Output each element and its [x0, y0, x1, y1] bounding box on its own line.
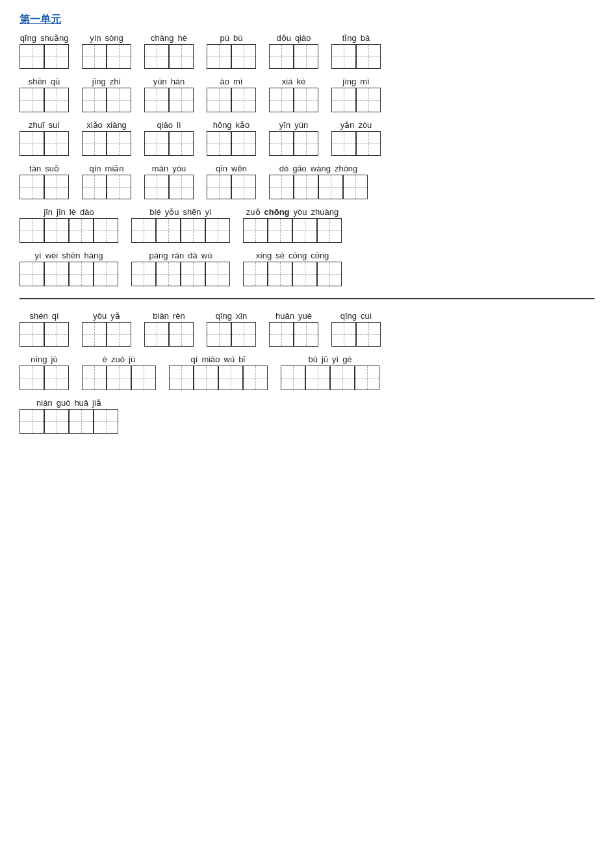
char-cell[interactable] [169, 88, 194, 112]
char-cell[interactable] [330, 366, 355, 390]
char-cell[interactable] [169, 322, 194, 347]
char-cell[interactable] [294, 131, 318, 156]
char-cell[interactable] [207, 88, 231, 112]
char-cell[interactable] [281, 366, 305, 390]
char-cell[interactable] [44, 262, 69, 286]
char-cell[interactable] [331, 131, 356, 156]
char-cell[interactable] [107, 175, 131, 199]
char-cell[interactable] [44, 366, 69, 390]
char-cell[interactable] [292, 262, 317, 286]
char-cell[interactable] [243, 366, 268, 390]
char-cell[interactable] [243, 218, 268, 243]
char-cell[interactable] [82, 44, 107, 69]
char-cell[interactable] [194, 366, 218, 390]
char-cell[interactable] [94, 262, 118, 286]
char-cell[interactable] [207, 322, 231, 347]
char-cell[interactable] [144, 131, 169, 156]
char-cell[interactable] [82, 366, 107, 390]
char-cell[interactable] [231, 88, 256, 112]
char-cell[interactable] [207, 44, 231, 69]
char-cell[interactable] [44, 44, 69, 69]
char-cell[interactable] [356, 88, 381, 112]
char-cell[interactable] [268, 262, 292, 286]
char-cell[interactable] [44, 409, 69, 434]
char-cell[interactable] [107, 322, 131, 347]
char-cell[interactable] [294, 175, 318, 199]
char-cell[interactable] [131, 262, 156, 286]
char-cell[interactable] [181, 218, 205, 243]
char-cell[interactable] [355, 366, 379, 390]
char-cell[interactable] [294, 88, 318, 112]
char-cell[interactable] [82, 322, 107, 347]
char-cell[interactable] [44, 322, 69, 347]
char-cell[interactable] [169, 131, 194, 156]
char-cell[interactable] [269, 88, 294, 112]
char-cell[interactable] [268, 218, 292, 243]
char-cell[interactable] [144, 322, 169, 347]
char-cell[interactable] [156, 262, 181, 286]
char-cell[interactable] [294, 322, 318, 347]
char-cell[interactable] [169, 175, 194, 199]
char-cell[interactable] [356, 44, 381, 69]
char-cell[interactable] [94, 409, 118, 434]
char-cell[interactable] [269, 175, 294, 199]
char-cell[interactable] [82, 88, 107, 112]
char-cell[interactable] [207, 175, 231, 199]
char-cell[interactable] [269, 44, 294, 69]
char-cell[interactable] [169, 366, 194, 390]
char-cell[interactable] [107, 366, 131, 390]
char-cell[interactable] [305, 366, 330, 390]
char-cell[interactable] [218, 366, 243, 390]
char-cell[interactable] [231, 322, 256, 347]
char-cell[interactable] [169, 44, 194, 69]
char-cell[interactable] [107, 44, 131, 69]
char-cell[interactable] [69, 409, 94, 434]
char-cell[interactable] [94, 218, 118, 243]
char-cell[interactable] [19, 88, 44, 112]
char-cell[interactable] [343, 175, 368, 199]
char-cell[interactable] [181, 262, 205, 286]
char-cell[interactable] [82, 131, 107, 156]
char-cell[interactable] [317, 262, 342, 286]
char-cell[interactable] [144, 44, 169, 69]
char-cell[interactable] [231, 131, 256, 156]
char-cell[interactable] [356, 131, 381, 156]
char-cell[interactable] [82, 175, 107, 199]
char-cell[interactable] [19, 175, 44, 199]
char-cell[interactable] [269, 322, 294, 347]
char-cell[interactable] [356, 322, 381, 347]
char-cell[interactable] [205, 262, 230, 286]
char-cell[interactable] [19, 262, 44, 286]
char-cell[interactable] [317, 218, 342, 243]
char-cell[interactable] [144, 175, 169, 199]
char-cell[interactable] [44, 218, 69, 243]
char-cell[interactable] [156, 218, 181, 243]
char-cell[interactable] [331, 44, 356, 69]
char-cell[interactable] [107, 88, 131, 112]
char-cell[interactable] [231, 175, 256, 199]
char-cell[interactable] [19, 44, 44, 69]
char-cell[interactable] [231, 44, 256, 69]
char-cell[interactable] [131, 366, 156, 390]
char-cell[interactable] [243, 262, 268, 286]
char-cell[interactable] [69, 262, 94, 286]
char-cell[interactable] [294, 44, 318, 69]
char-cell[interactable] [107, 131, 131, 156]
char-cell[interactable] [19, 131, 44, 156]
char-cell[interactable] [331, 322, 356, 347]
char-cell[interactable] [318, 175, 343, 199]
char-cell[interactable] [205, 218, 230, 243]
char-cell[interactable] [19, 409, 44, 434]
char-cell[interactable] [44, 131, 69, 156]
char-cell[interactable] [331, 88, 356, 112]
char-cell[interactable] [19, 218, 44, 243]
char-cell[interactable] [44, 175, 69, 199]
char-cell[interactable] [19, 366, 44, 390]
char-cell[interactable] [44, 88, 69, 112]
char-cell[interactable] [207, 131, 231, 156]
char-cell[interactable] [19, 322, 44, 347]
char-cell[interactable] [269, 131, 294, 156]
char-cell[interactable] [144, 88, 169, 112]
char-cell[interactable] [69, 218, 94, 243]
char-cell[interactable] [292, 218, 317, 243]
